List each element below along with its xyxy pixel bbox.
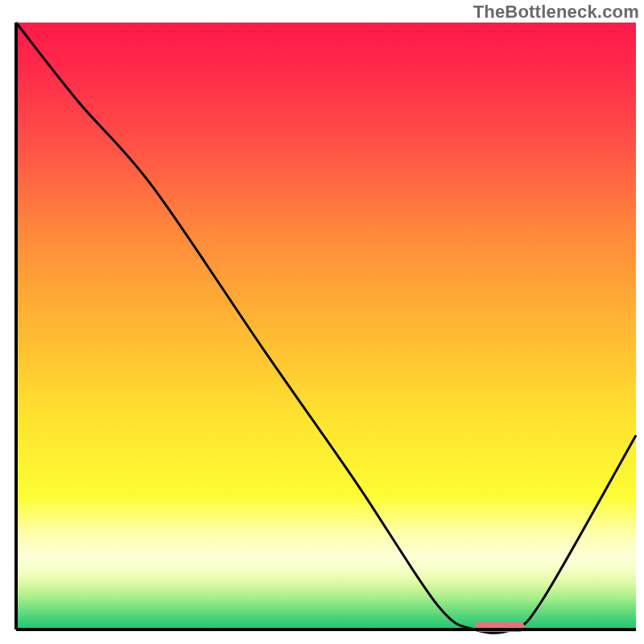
watermark-label: TheBottleneck.com: [473, 2, 639, 23]
plot-background: [16, 23, 636, 630]
bottleneck-chart: [0, 0, 644, 644]
chart-container: TheBottleneck.com: [0, 0, 644, 644]
